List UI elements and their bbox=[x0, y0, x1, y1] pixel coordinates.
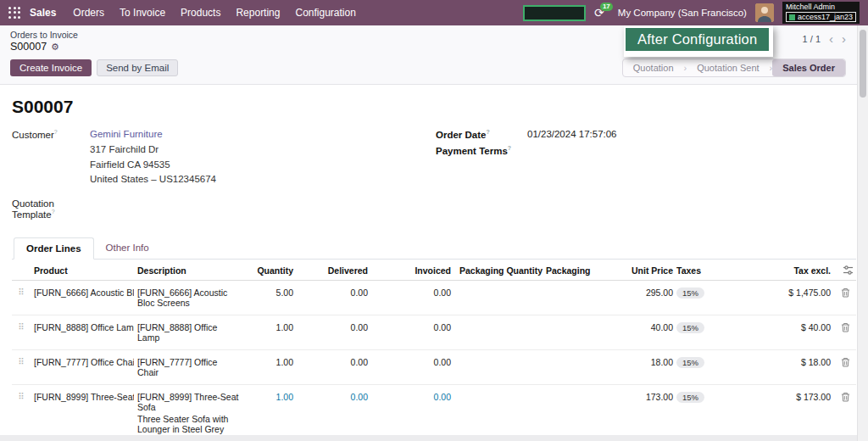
product-cell[interactable]: [FURN_8888] Office Lamp bbox=[34, 322, 134, 332]
drag-handle-icon[interactable]: ⠿ bbox=[12, 322, 31, 332]
vertical-scrollbar[interactable] bbox=[857, 25, 868, 441]
menu-products[interactable]: Products bbox=[174, 4, 227, 21]
sale-order-form: S00007 Customer? Gemini Furniture 317 Fa… bbox=[0, 85, 868, 441]
taxes-cell[interactable]: 15% bbox=[676, 392, 717, 403]
delivered-cell[interactable]: 0.00 bbox=[297, 357, 368, 367]
col-invoiced[interactable]: Invoiced bbox=[371, 265, 451, 276]
delivered-cell[interactable]: 0.00 bbox=[297, 392, 368, 402]
col-tax-excl[interactable]: Tax excl. bbox=[721, 265, 831, 276]
status-sales-order[interactable]: Sales Order bbox=[772, 59, 845, 76]
quantity-cell[interactable]: 5.00 bbox=[242, 287, 293, 298]
access-badge-label: access17_jan23 bbox=[798, 13, 853, 21]
tab-order-lines[interactable]: Order Lines bbox=[14, 237, 94, 260]
description-cell[interactable]: [FURN_8888] Office Lamp bbox=[137, 322, 239, 343]
subtotal-cell: $ 1,475.00 bbox=[721, 287, 831, 298]
taxes-cell[interactable]: 15% bbox=[676, 322, 717, 333]
invoiced-cell[interactable]: 0.00 bbox=[371, 322, 451, 332]
invoiced-cell[interactable]: 0.00 bbox=[371, 392, 451, 402]
tab-other-info[interactable]: Other Info bbox=[94, 237, 161, 259]
help-marker: ? bbox=[486, 129, 489, 135]
col-quantity[interactable]: Quantity bbox=[242, 265, 293, 276]
user-menu[interactable]: Mitchell Admin access17_jan23 bbox=[782, 2, 860, 24]
quantity-cell[interactable]: 1.00 bbox=[242, 322, 293, 332]
payment-terms-label: Payment Terms? bbox=[436, 145, 527, 156]
company-switcher[interactable]: My Company (San Francisco) bbox=[618, 8, 747, 18]
highlighted-systray-box bbox=[523, 5, 586, 21]
delivered-cell[interactable]: 0.00 bbox=[297, 287, 368, 298]
delete-row-icon[interactable] bbox=[834, 287, 856, 299]
order-line-row[interactable]: ⠿ [FURN_8888] Office Lamp [FURN_8888] Of… bbox=[12, 315, 856, 350]
drag-handle-icon[interactable]: ⠿ bbox=[12, 392, 31, 402]
unit-price-cell[interactable]: 173.00 bbox=[600, 392, 673, 402]
unit-price-cell[interactable]: 18.00 bbox=[600, 357, 673, 367]
order-name: S00007 bbox=[12, 97, 856, 117]
action-button-row: Create Invoice Send by Email Quotation ›… bbox=[10, 59, 858, 77]
quantity-cell[interactable]: 1.00 bbox=[242, 392, 293, 402]
send-by-email-button[interactable]: Send by Email bbox=[97, 59, 178, 76]
invoiced-cell[interactable]: 0.00 bbox=[371, 357, 451, 367]
order-date-label: Order Date? bbox=[436, 129, 527, 140]
quantity-cell[interactable]: 1.00 bbox=[242, 357, 293, 367]
drag-handle-icon[interactable]: ⠿ bbox=[12, 357, 31, 367]
menu-configuration[interactable]: Configuration bbox=[288, 4, 362, 21]
gear-icon[interactable]: ⚙ bbox=[51, 42, 59, 53]
order-lines-table: Product Description Quantity Delivered I… bbox=[12, 260, 856, 441]
menu-reporting[interactable]: Reporting bbox=[229, 4, 287, 21]
scrollbar-thumb[interactable] bbox=[860, 30, 866, 98]
create-invoice-button[interactable]: Create Invoice bbox=[10, 59, 92, 76]
product-cell[interactable]: [FURN_7777] Office Chair bbox=[34, 357, 134, 367]
status-quotation-sent[interactable]: Quotation Sent bbox=[687, 59, 769, 76]
order-line-row[interactable]: ⠿ [FURN_7777] Office Chair [FURN_7777] O… bbox=[12, 350, 856, 385]
product-cell[interactable]: [FURN_8999] Three-Seat S... bbox=[34, 392, 134, 402]
pager-next-icon[interactable]: › bbox=[842, 32, 846, 45]
table-header-row: Product Description Quantity Delivered I… bbox=[12, 260, 856, 281]
annotation-popup: After Configuration bbox=[624, 25, 773, 57]
customer-link[interactable]: Gemini Furniture bbox=[90, 129, 163, 140]
delete-row-icon[interactable] bbox=[834, 357, 856, 369]
product-cell[interactable]: [FURN_6666] Acoustic Blo... bbox=[34, 287, 134, 298]
order-date-field[interactable]: 01/23/2024 17:57:06 bbox=[527, 129, 617, 140]
subtotal-cell: $ 173.00 bbox=[721, 392, 831, 402]
tax-badge: 15% bbox=[676, 392, 704, 403]
drag-handle-icon[interactable]: ⠿ bbox=[12, 287, 31, 298]
order-meta-block: Order Date? 01/23/2024 17:57:06 Payment … bbox=[434, 129, 856, 222]
address-line: United States – US12345674 bbox=[90, 172, 434, 187]
col-packaging[interactable]: Packaging bbox=[546, 265, 597, 276]
access-badge: access17_jan23 bbox=[786, 12, 856, 22]
col-taxes[interactable]: Taxes bbox=[676, 265, 717, 276]
order-line-row[interactable]: ⠿ [FURN_8999] Three-Seat S... [FURN_8999… bbox=[12, 385, 856, 441]
col-description[interactable]: Description bbox=[137, 265, 239, 276]
description-cell[interactable]: [FURN_7777] Office Chair bbox=[137, 357, 239, 377]
invoiced-cell[interactable]: 0.00 bbox=[371, 287, 451, 298]
description-cell[interactable]: [FURN_8999] Three-Seat Sofa Three Seater… bbox=[137, 392, 239, 441]
delivered-cell[interactable]: 0.00 bbox=[297, 322, 368, 332]
unit-price-cell[interactable]: 40.00 bbox=[600, 322, 673, 332]
col-packaging-quantity[interactable]: Packaging Quantity bbox=[454, 265, 542, 276]
quotation-template-label: Quotation Template? bbox=[12, 198, 90, 220]
taxes-cell[interactable]: 15% bbox=[676, 287, 717, 299]
tax-badge: 15% bbox=[676, 287, 704, 299]
menu-orders[interactable]: Orders bbox=[66, 4, 111, 21]
pager-prev-icon[interactable]: ‹ bbox=[829, 32, 833, 45]
delete-row-icon[interactable] bbox=[834, 392, 856, 404]
app-name[interactable]: Sales bbox=[30, 7, 56, 19]
menu-to-invoice[interactable]: To Invoice bbox=[113, 4, 172, 21]
description-cell[interactable]: [FURN_6666] Acoustic Bloc Screens bbox=[137, 287, 239, 308]
breadcrumb-current: S00007 bbox=[10, 41, 47, 53]
unit-price-cell[interactable]: 295.00 bbox=[600, 287, 673, 298]
user-name: Mitchell Admin bbox=[786, 3, 835, 11]
activities-icon[interactable]: ⟳ 17 bbox=[594, 7, 609, 19]
help-marker: ? bbox=[508, 145, 511, 151]
apps-grid-icon[interactable] bbox=[8, 7, 21, 20]
taxes-cell[interactable]: 15% bbox=[676, 357, 717, 368]
optional-columns-icon[interactable] bbox=[834, 265, 856, 275]
badge-dot-icon bbox=[789, 14, 795, 20]
col-unit-price[interactable]: Unit Price bbox=[600, 265, 673, 276]
status-quotation[interactable]: Quotation bbox=[623, 59, 684, 76]
user-avatar[interactable] bbox=[755, 3, 774, 22]
col-delivered[interactable]: Delivered bbox=[297, 265, 368, 276]
delete-row-icon[interactable] bbox=[834, 322, 856, 334]
customer-address: 317 Fairchild Dr Fairfield CA 94535 Unit… bbox=[90, 142, 434, 187]
order-line-row[interactable]: ⠿ [FURN_6666] Acoustic Blo... [FURN_6666… bbox=[12, 281, 856, 315]
col-product[interactable]: Product bbox=[34, 265, 134, 276]
